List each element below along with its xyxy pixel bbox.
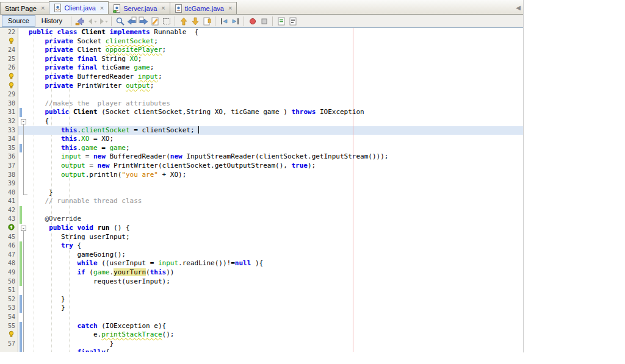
tab-close-icon[interactable]: ×: [100, 5, 104, 12]
fold-collapse-icon[interactable]: -: [21, 226, 26, 231]
uncomment-icon[interactable]: [287, 16, 298, 26]
editor-margin-cell: [18, 73, 29, 82]
previous-bookmark-icon[interactable]: [178, 16, 189, 26]
source-view-button[interactable]: Source: [2, 15, 35, 27]
code-line-text: this.XO = XO;: [29, 135, 523, 144]
find-next-icon[interactable]: [138, 16, 148, 26]
code-line: 30 //makes the player attriubutes: [0, 99, 523, 109]
tab-server-java[interactable]: Server.java×: [108, 2, 170, 14]
code-line: 45 String userInput;: [0, 233, 523, 242]
back-icon[interactable]: [86, 16, 96, 26]
line-number-gutter-cell: [0, 348, 18, 352]
code-line: 53 }: [0, 304, 523, 313]
vcs-change-bar: [20, 268, 22, 277]
line-number-gutter-cell[interactable]: [0, 224, 18, 233]
code-line-text: [29, 313, 523, 322]
code-line: 49 if (game.yourTurn(this)): [0, 268, 523, 277]
code-line-text: // runnable thread class: [29, 197, 523, 206]
editor-margin-cell: [18, 126, 29, 135]
tab-start-page[interactable]: Start Page×: [0, 2, 49, 14]
editor-margin-cell: [18, 179, 29, 188]
editor-margin-cell: [18, 46, 29, 55]
shift-left-icon[interactable]: [219, 16, 229, 26]
tab-label: Server.java: [123, 5, 157, 12]
override-marker-icon[interactable]: [8, 224, 15, 234]
editor-margin-cell: [18, 295, 29, 304]
tab-client-java[interactable]: Client.java×: [49, 1, 109, 14]
fold-collapse-icon[interactable]: -: [21, 119, 26, 124]
line-number-gutter-cell: 36: [0, 152, 18, 162]
java-file-icon: [54, 4, 62, 12]
vcs-change-bar: [20, 251, 22, 260]
last-edit-location-icon[interactable]: [74, 16, 85, 26]
editor-margin-cell: [18, 63, 29, 73]
code-line: 37 output = new PrintWriter(clientSocket…: [0, 162, 523, 171]
fold-line-end: [23, 194, 27, 195]
ide-window: Start Page×Client.java×Server.java×ticGa…: [0, 0, 524, 352]
tab-close-icon[interactable]: ×: [41, 5, 45, 12]
code-line: 55 catch (IOException e){: [0, 322, 523, 331]
line-number-gutter-cell: 35: [0, 144, 18, 153]
vcs-change-bar: [20, 206, 22, 215]
history-view-button[interactable]: History: [35, 15, 68, 27]
code-line: 43 @Override: [0, 215, 523, 224]
code-line: 39: [0, 179, 523, 188]
code-line: e.printStackTrace();: [0, 330, 523, 340]
code-line-text: private Socket clientSocket;: [29, 37, 523, 46]
code-line: 32- {: [0, 117, 523, 126]
code-line-text: finally{: [29, 348, 523, 352]
fold-line: [23, 268, 24, 277]
code-line-text: gameGoing();: [29, 251, 523, 260]
toggle-highlight-icon[interactable]: [150, 16, 160, 26]
tab-close-icon[interactable]: ×: [161, 5, 165, 12]
comment-icon[interactable]: [276, 16, 286, 26]
tab-ticgame-java[interactable]: ticGame.java×: [170, 2, 237, 14]
code-line-text: public class Client implements Runnable …: [29, 28, 523, 37]
toolbar-separator: [244, 16, 244, 26]
toggle-bookmark-icon[interactable]: [201, 16, 212, 26]
toolbar-separator: [175, 16, 175, 26]
code-line-text: public void run () {: [29, 224, 523, 233]
tab-scroll-buttons: ◀: [516, 5, 521, 11]
shift-right-icon[interactable]: [230, 16, 240, 26]
vcs-change-bar: [20, 304, 22, 313]
line-number-gutter-cell: 26: [0, 63, 18, 73]
code-line: 25 private final String XO;: [0, 55, 523, 64]
editor-margin-cell: -: [18, 117, 29, 126]
screenshot-stage: Start Page×Client.java×Server.java×ticGa…: [0, 0, 625, 364]
forward-icon[interactable]: [98, 16, 108, 26]
code-line-text: input = new BufferedReader(new InputStre…: [29, 152, 523, 162]
code-line-text: //makes the player attriubutes: [29, 99, 523, 109]
line-number-gutter-cell[interactable]: [0, 330, 18, 340]
line-number-gutter-cell[interactable]: [0, 73, 18, 82]
fold-line: [23, 277, 24, 287]
fold-line: [23, 162, 24, 171]
fold-line: [23, 295, 24, 304]
editor-margin-cell: [18, 286, 29, 295]
line-number-gutter-cell[interactable]: [0, 82, 18, 91]
tab-label: Client.java: [64, 4, 95, 12]
tab-close-icon[interactable]: ×: [228, 5, 232, 12]
code-editor[interactable]: 22public class Client implements Runnabl…: [0, 28, 523, 352]
toolbar-separator: [272, 16, 273, 26]
editor-margin-cell: [18, 28, 29, 37]
fold-line: [23, 304, 24, 313]
fold-line: [23, 330, 24, 340]
line-number-gutter-cell[interactable]: [0, 37, 18, 46]
find-previous-icon[interactable]: [126, 16, 137, 26]
vcs-change-bar: [20, 108, 22, 117]
find-icon[interactable]: [115, 16, 125, 26]
code-line-text: [29, 179, 523, 188]
stop-macro-icon[interactable]: [259, 16, 269, 26]
line-number-gutter-cell: 51: [0, 286, 18, 295]
scroll-tabs-left-icon[interactable]: ◀: [516, 5, 521, 11]
code-line-text: request(userInput);: [29, 277, 523, 287]
code-line: 48 while ((userInput = input.readLine())…: [0, 259, 523, 268]
next-bookmark-icon[interactable]: [190, 16, 200, 26]
code-line: 54: [0, 313, 523, 322]
rectangular-selection-icon[interactable]: [161, 16, 172, 26]
fold-line: [23, 144, 24, 153]
line-number-gutter-cell: 31: [0, 108, 18, 117]
code-line-text: [29, 206, 523, 215]
record-macro-icon[interactable]: [247, 16, 258, 26]
